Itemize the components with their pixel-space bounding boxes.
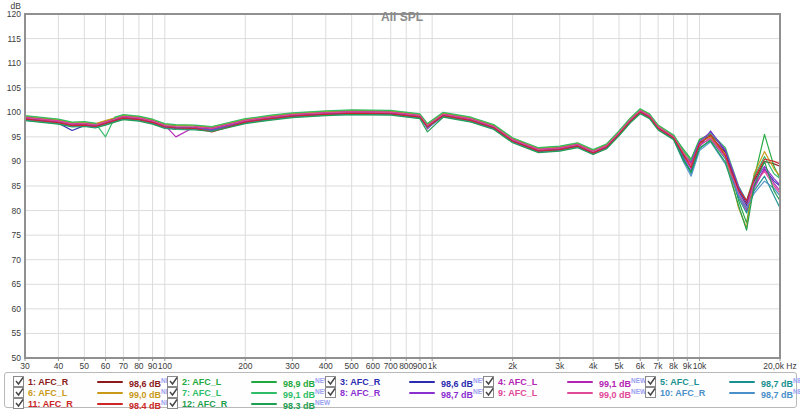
x-tick-label: 1k [428, 361, 438, 371]
x-tick-label: 6k [636, 361, 646, 371]
x-tick-label: 70 [119, 361, 129, 371]
x-tick-label: 9k [683, 361, 693, 371]
x-tick-label: 700 [384, 361, 398, 371]
curve-6-afc_l [25, 109, 780, 228]
y-tick-label: 80 [12, 206, 22, 216]
legend-swatch-5 [729, 381, 755, 383]
new-badge: NEW [631, 388, 646, 395]
legend-checkbox-12[interactable] [167, 398, 178, 409]
y-tick-label: 75 [12, 230, 22, 240]
legend-item-5: 5: AFC_L [645, 376, 699, 387]
y-tick-label: 95 [12, 132, 22, 142]
legend-checkbox-1[interactable] [13, 376, 24, 387]
y-tick-label: 55 [12, 328, 22, 338]
legend-swatch-10 [729, 392, 755, 394]
legend-item-12: 12: AFC_R [167, 398, 227, 409]
legend-value-8: 98,7 dBNEW [441, 388, 488, 400]
x-tick-label: 100 [158, 361, 172, 371]
new-badge: NEW [315, 399, 330, 406]
curve-8-afc_r [25, 112, 780, 202]
y-tick-label: 110 [7, 58, 21, 68]
x-tick-label: 80 [134, 361, 144, 371]
curve-3-afc_r [25, 113, 780, 206]
curve-1-afc_r [25, 111, 780, 203]
legend-checkbox-6[interactable] [13, 387, 24, 398]
x-tick-label: 4k [589, 361, 599, 371]
legend-swatch-2 [251, 381, 277, 383]
x-tick-label: 30 [20, 361, 30, 371]
legend-item-8: 8: AFC_R [325, 387, 380, 398]
legend-value-12: 98,3 dBNEW [283, 399, 330, 409]
legend-label-9[interactable]: 9: AFC_L [498, 388, 537, 398]
legend-label-2[interactable]: 2: AFC_L [182, 377, 221, 387]
y-axis-unit-label: dB [11, 1, 22, 11]
legend-label-8[interactable]: 8: AFC_R [340, 388, 380, 398]
legend-item-6: 6: AFC_L [13, 387, 67, 398]
legend-label-3[interactable]: 3: AFC_R [340, 377, 380, 387]
y-tick-label: 105 [7, 83, 21, 93]
legend-label-10[interactable]: 10: AFC_R [660, 388, 705, 398]
legend-label-12[interactable]: 12: AFC_R [182, 399, 227, 409]
curve-9-afc_l [25, 111, 780, 208]
legend-checkbox-9[interactable] [483, 387, 494, 398]
legend-checkbox-10[interactable] [645, 387, 656, 398]
legend-checkbox-3[interactable] [325, 376, 336, 387]
legend-checkbox-5[interactable] [645, 376, 656, 387]
curve-4-afc_l [25, 110, 780, 210]
legend-item-2: 2: AFC_L [167, 376, 221, 387]
legend-value-9: 99,0 dBNEW [599, 388, 646, 400]
x-tick-label: 2k [508, 361, 518, 371]
spl-plot: 1201151101051009590858075706560555030405… [0, 0, 800, 371]
x-tick-label: 500 [345, 361, 359, 371]
legend-item-7: 7: AFC_L [167, 387, 221, 398]
legend-label-7[interactable]: 7: AFC_L [182, 388, 221, 398]
legend-panel: 98,6 dBNEW1: AFC_R99,0 dBNEW6: AFC_L98,4… [4, 372, 797, 408]
legend-checkbox-11[interactable] [13, 398, 24, 409]
legend-checkbox-8[interactable] [325, 387, 336, 398]
y-tick-label: 85 [12, 181, 22, 191]
legend-swatch-7 [251, 392, 277, 394]
curve-11-afc_r [25, 112, 780, 200]
x-tick-label: 90 [148, 361, 158, 371]
legend-label-4[interactable]: 4: AFC_L [498, 377, 537, 387]
legend-swatch-8 [409, 392, 435, 394]
legend-checkbox-2[interactable] [167, 376, 178, 387]
x-tick-label: 400 [319, 361, 333, 371]
measurement-curves [25, 109, 780, 230]
legend-item-1: 1: AFC_R [13, 376, 68, 387]
x-tick-label: 800 [399, 361, 413, 371]
page-title: All SPL [381, 10, 423, 24]
spl-chart-window: 1201151101051009590858075706560555030405… [0, 0, 800, 409]
x-tick-label: 20,0k Hz [763, 361, 797, 371]
legend-swatch-6 [97, 392, 123, 394]
x-tick-label: 300 [285, 361, 299, 371]
legend-checkbox-4[interactable] [483, 376, 494, 387]
x-tick-label: 40 [54, 361, 64, 371]
legend-item-4: 4: AFC_L [483, 376, 537, 387]
x-tick-label: 10k [693, 361, 707, 371]
legend-item-3: 3: AFC_R [325, 376, 380, 387]
legend-checkbox-7[interactable] [167, 387, 178, 398]
legend-value-10: 98,7 dBNEW [761, 388, 800, 400]
legend-label-1[interactable]: 1: AFC_R [28, 377, 68, 387]
legend-swatch-11 [97, 403, 123, 405]
x-tick-label: 7k [654, 361, 664, 371]
curve-7-afc_l [25, 109, 780, 201]
grid-lines [25, 14, 780, 358]
y-tick-label: 115 [7, 34, 21, 44]
y-tick-label: 100 [7, 107, 21, 117]
x-tick-label: 50 [80, 361, 90, 371]
legend-label-6[interactable]: 6: AFC_L [28, 388, 67, 398]
legend-swatch-9 [567, 392, 593, 394]
x-tick-label: 600 [366, 361, 380, 371]
curve-5-afc_l [25, 112, 780, 213]
x-tick-label: 3k [555, 361, 565, 371]
legend-swatch-1 [97, 381, 123, 383]
legend-label-11[interactable]: 11: AFC_R [28, 399, 73, 409]
x-tick-label: 5k [615, 361, 625, 371]
x-tick-label: 60 [101, 361, 111, 371]
legend-label-5[interactable]: 5: AFC_L [660, 377, 699, 387]
legend-swatch-4 [567, 381, 593, 383]
y-tick-label: 70 [12, 255, 22, 265]
x-tick-label: 8k [669, 361, 679, 371]
